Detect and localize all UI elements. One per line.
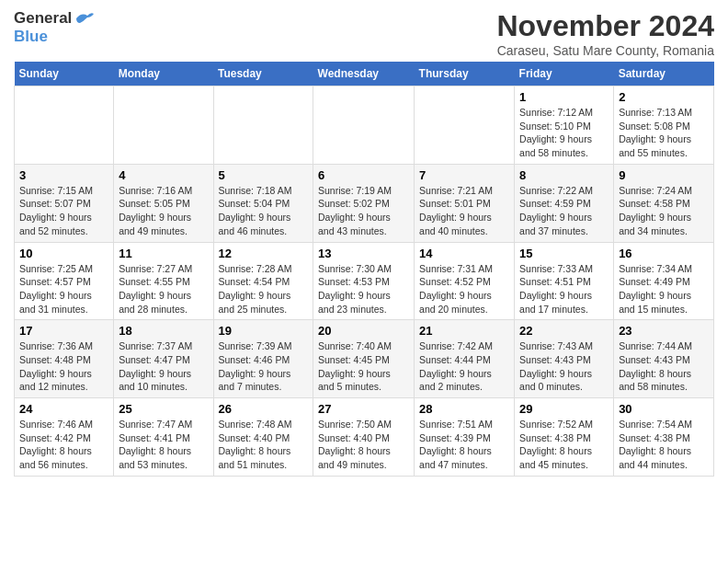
calendar-week-row: 24Sunrise: 7:46 AM Sunset: 4:42 PM Dayli… bbox=[15, 398, 714, 477]
calendar-day-cell: 15Sunrise: 7:33 AM Sunset: 4:51 PM Dayli… bbox=[515, 242, 614, 320]
day-number: 8 bbox=[519, 168, 609, 182]
day-number: 16 bbox=[619, 247, 709, 260]
logo-blue-text: Blue bbox=[14, 28, 48, 45]
calendar-day-cell: 28Sunrise: 7:51 AM Sunset: 4:39 PM Dayli… bbox=[415, 398, 515, 477]
day-info: Sunrise: 7:24 AM Sunset: 4:58 PM Dayligh… bbox=[619, 184, 709, 238]
day-number: 22 bbox=[519, 324, 609, 338]
calendar-day-cell: 7Sunrise: 7:21 AM Sunset: 5:01 PM Daylig… bbox=[415, 164, 515, 242]
calendar-day-cell: 8Sunrise: 7:22 AM Sunset: 4:59 PM Daylig… bbox=[515, 164, 614, 242]
calendar-day-cell: 10Sunrise: 7:25 AM Sunset: 4:57 PM Dayli… bbox=[15, 242, 114, 320]
day-info: Sunrise: 7:52 AM Sunset: 4:38 PM Dayligh… bbox=[519, 418, 609, 472]
day-number: 7 bbox=[419, 168, 509, 182]
day-number: 21 bbox=[419, 324, 509, 338]
day-info: Sunrise: 7:16 AM Sunset: 5:05 PM Dayligh… bbox=[119, 184, 208, 238]
day-info: Sunrise: 7:13 AM Sunset: 5:08 PM Dayligh… bbox=[619, 106, 709, 160]
logo-bird-icon bbox=[74, 10, 95, 27]
day-number: 10 bbox=[19, 247, 108, 260]
calendar-day-cell: 14Sunrise: 7:31 AM Sunset: 4:52 PM Dayli… bbox=[415, 242, 515, 320]
calendar-day-cell: 17Sunrise: 7:36 AM Sunset: 4:48 PM Dayli… bbox=[15, 320, 114, 398]
logo-general-text: General bbox=[14, 9, 72, 28]
day-info: Sunrise: 7:51 AM Sunset: 4:39 PM Dayligh… bbox=[419, 418, 509, 472]
calendar-day-cell: 27Sunrise: 7:50 AM Sunset: 4:40 PM Dayli… bbox=[313, 398, 415, 477]
calendar-day-cell bbox=[213, 86, 313, 165]
calendar-header-friday: Friday bbox=[515, 62, 614, 86]
calendar-day-cell: 24Sunrise: 7:46 AM Sunset: 4:42 PM Dayli… bbox=[15, 398, 114, 477]
day-number: 15 bbox=[519, 247, 609, 260]
day-info: Sunrise: 7:21 AM Sunset: 5:01 PM Dayligh… bbox=[419, 184, 509, 238]
calendar-week-row: 17Sunrise: 7:36 AM Sunset: 4:48 PM Dayli… bbox=[15, 320, 714, 398]
calendar-day-cell: 6Sunrise: 7:19 AM Sunset: 5:02 PM Daylig… bbox=[313, 164, 415, 242]
day-info: Sunrise: 7:47 AM Sunset: 4:41 PM Dayligh… bbox=[119, 418, 208, 472]
day-info: Sunrise: 7:50 AM Sunset: 4:40 PM Dayligh… bbox=[318, 418, 409, 472]
calendar-day-cell: 19Sunrise: 7:39 AM Sunset: 4:46 PM Dayli… bbox=[213, 320, 313, 398]
month-title: November 2024 bbox=[496, 9, 714, 43]
calendar-header-monday: Monday bbox=[114, 62, 213, 86]
calendar-day-cell: 30Sunrise: 7:54 AM Sunset: 4:38 PM Dayli… bbox=[614, 398, 714, 477]
day-number: 29 bbox=[519, 402, 609, 416]
day-info: Sunrise: 7:30 AM Sunset: 4:53 PM Dayligh… bbox=[318, 262, 409, 316]
day-info: Sunrise: 7:44 AM Sunset: 4:43 PM Dayligh… bbox=[619, 339, 709, 394]
calendar-week-row: 1Sunrise: 7:12 AM Sunset: 5:10 PM Daylig… bbox=[15, 86, 714, 165]
day-info: Sunrise: 7:37 AM Sunset: 4:47 PM Dayligh… bbox=[119, 339, 208, 394]
day-number: 11 bbox=[119, 247, 208, 260]
calendar-day-cell: 25Sunrise: 7:47 AM Sunset: 4:41 PM Dayli… bbox=[114, 398, 213, 477]
day-number: 27 bbox=[318, 402, 409, 416]
calendar-header-thursday: Thursday bbox=[415, 62, 515, 86]
day-info: Sunrise: 7:54 AM Sunset: 4:38 PM Dayligh… bbox=[619, 418, 709, 472]
day-info: Sunrise: 7:48 AM Sunset: 4:40 PM Dayligh… bbox=[219, 418, 309, 472]
calendar-week-row: 10Sunrise: 7:25 AM Sunset: 4:57 PM Dayli… bbox=[15, 242, 714, 320]
day-info: Sunrise: 7:15 AM Sunset: 5:07 PM Dayligh… bbox=[19, 184, 108, 238]
location-subtitle: Caraseu, Satu Mare County, Romania bbox=[496, 43, 714, 58]
calendar-day-cell: 21Sunrise: 7:42 AM Sunset: 4:44 PM Dayli… bbox=[415, 320, 515, 398]
day-info: Sunrise: 7:43 AM Sunset: 4:43 PM Dayligh… bbox=[519, 339, 609, 394]
day-info: Sunrise: 7:39 AM Sunset: 4:46 PM Dayligh… bbox=[219, 339, 309, 394]
calendar-day-cell: 12Sunrise: 7:28 AM Sunset: 4:54 PM Dayli… bbox=[213, 242, 313, 320]
day-number: 20 bbox=[318, 324, 409, 338]
calendar-day-cell: 11Sunrise: 7:27 AM Sunset: 4:55 PM Dayli… bbox=[114, 242, 213, 320]
day-number: 14 bbox=[419, 247, 509, 260]
calendar-day-cell: 18Sunrise: 7:37 AM Sunset: 4:47 PM Dayli… bbox=[114, 320, 213, 398]
calendar-header-saturday: Saturday bbox=[614, 62, 714, 86]
day-number: 28 bbox=[419, 402, 509, 416]
day-info: Sunrise: 7:33 AM Sunset: 4:51 PM Dayligh… bbox=[519, 262, 609, 316]
day-info: Sunrise: 7:46 AM Sunset: 4:42 PM Dayligh… bbox=[19, 418, 108, 472]
day-number: 30 bbox=[619, 402, 709, 416]
calendar-day-cell bbox=[15, 86, 114, 165]
day-number: 13 bbox=[318, 247, 409, 260]
calendar-day-cell: 26Sunrise: 7:48 AM Sunset: 4:40 PM Dayli… bbox=[213, 398, 313, 477]
calendar-day-cell bbox=[415, 86, 515, 165]
day-number: 5 bbox=[219, 168, 309, 182]
logo: General Blue bbox=[14, 9, 95, 46]
calendar-header-row: SundayMondayTuesdayWednesdayThursdayFrid… bbox=[15, 62, 714, 86]
day-number: 9 bbox=[619, 168, 709, 182]
day-number: 18 bbox=[119, 324, 208, 338]
day-info: Sunrise: 7:18 AM Sunset: 5:04 PM Dayligh… bbox=[219, 184, 309, 238]
calendar-day-cell bbox=[114, 86, 213, 165]
day-info: Sunrise: 7:34 AM Sunset: 4:49 PM Dayligh… bbox=[619, 262, 709, 316]
day-number: 3 bbox=[19, 168, 108, 182]
day-number: 6 bbox=[318, 168, 409, 182]
day-info: Sunrise: 7:40 AM Sunset: 4:45 PM Dayligh… bbox=[318, 339, 409, 394]
day-number: 23 bbox=[619, 324, 709, 338]
day-number: 26 bbox=[219, 402, 309, 416]
calendar-day-cell: 9Sunrise: 7:24 AM Sunset: 4:58 PM Daylig… bbox=[614, 164, 714, 242]
calendar-day-cell: 20Sunrise: 7:40 AM Sunset: 4:45 PM Dayli… bbox=[313, 320, 415, 398]
day-info: Sunrise: 7:19 AM Sunset: 5:02 PM Dayligh… bbox=[318, 184, 409, 238]
calendar-day-cell: 23Sunrise: 7:44 AM Sunset: 4:43 PM Dayli… bbox=[614, 320, 714, 398]
calendar-day-cell: 4Sunrise: 7:16 AM Sunset: 5:05 PM Daylig… bbox=[114, 164, 213, 242]
day-info: Sunrise: 7:12 AM Sunset: 5:10 PM Dayligh… bbox=[519, 106, 609, 160]
calendar-header-wednesday: Wednesday bbox=[313, 62, 415, 86]
calendar-day-cell: 1Sunrise: 7:12 AM Sunset: 5:10 PM Daylig… bbox=[515, 86, 614, 165]
calendar-day-cell: 5Sunrise: 7:18 AM Sunset: 5:04 PM Daylig… bbox=[213, 164, 313, 242]
calendar-day-cell bbox=[313, 86, 415, 165]
calendar-day-cell: 29Sunrise: 7:52 AM Sunset: 4:38 PM Dayli… bbox=[515, 398, 614, 477]
day-info: Sunrise: 7:22 AM Sunset: 4:59 PM Dayligh… bbox=[519, 184, 609, 238]
calendar-day-cell: 13Sunrise: 7:30 AM Sunset: 4:53 PM Dayli… bbox=[313, 242, 415, 320]
day-number: 12 bbox=[219, 247, 309, 260]
day-info: Sunrise: 7:36 AM Sunset: 4:48 PM Dayligh… bbox=[19, 339, 108, 394]
day-number: 24 bbox=[19, 402, 108, 416]
title-section: November 2024 Caraseu, Satu Mare County,… bbox=[496, 9, 714, 58]
day-number: 2 bbox=[619, 90, 709, 104]
day-info: Sunrise: 7:42 AM Sunset: 4:44 PM Dayligh… bbox=[419, 339, 509, 394]
page-header: General Blue November 2024 Caraseu, Satu… bbox=[14, 9, 714, 58]
